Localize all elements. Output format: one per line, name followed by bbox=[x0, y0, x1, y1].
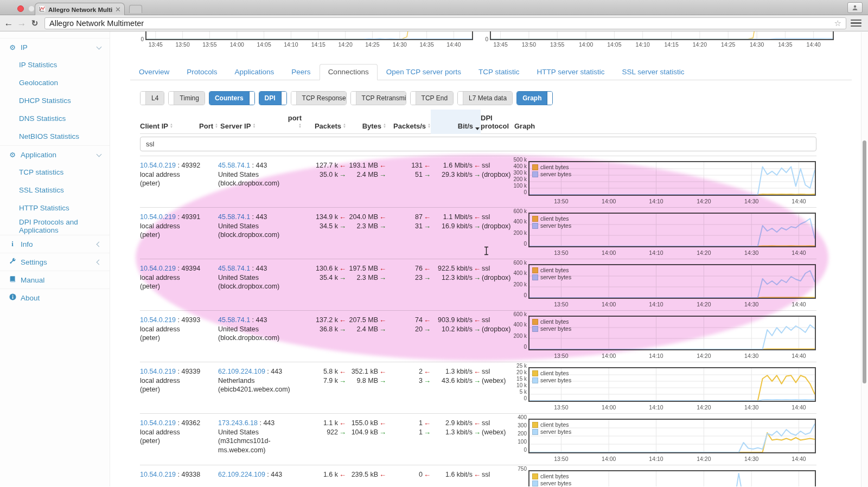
browser-menu-icon[interactable] bbox=[851, 20, 861, 27]
sort-icon: ▲▼ bbox=[170, 123, 173, 129]
client-ip-link[interactable]: 10.54.0.219 bbox=[140, 316, 176, 324]
header-bits-per-s-sorted[interactable]: Bit/s bbox=[431, 110, 481, 134]
browser-tab[interactable]: Allegro Network Multimeter ✕ bbox=[35, 3, 125, 16]
server-ip-link[interactable]: 62.109.224.109 bbox=[218, 368, 265, 375]
download-arrow-icon: ← bbox=[379, 316, 386, 324]
tab-connections[interactable]: Connections bbox=[320, 64, 378, 80]
download-arrow-icon: ← bbox=[474, 367, 481, 375]
window-minimize-button[interactable] bbox=[28, 5, 35, 12]
client-ip-link[interactable]: 10.54.0.219 bbox=[140, 162, 176, 169]
toggle-graph[interactable]: Graph bbox=[516, 91, 553, 105]
header-bytes[interactable]: Bytes▲▼ bbox=[346, 122, 386, 134]
header-packets-per-s[interactable]: Packets/s▲▼ bbox=[386, 122, 431, 134]
packets-cell: 5.8 k← 7.9 k→ bbox=[302, 367, 346, 385]
connection-row[interactable]: 10.54.0.219 : 49392 local address (peter… bbox=[140, 156, 816, 207]
tab-ssl-server-statistic[interactable]: SSL server statistic bbox=[614, 64, 693, 80]
scrollbar-thumb[interactable] bbox=[863, 140, 866, 383]
connection-row[interactable]: 10.54.0.219 : 49339 local address (peter… bbox=[140, 362, 816, 413]
book-icon bbox=[9, 275, 16, 284]
client-ip-link[interactable]: 10.54.0.219 bbox=[140, 419, 176, 427]
window-close-button[interactable] bbox=[17, 5, 24, 12]
toggle-dpi[interactable]: DPI bbox=[259, 91, 287, 105]
toggle-l4[interactable]: L4 bbox=[140, 91, 164, 105]
profile-icon[interactable] bbox=[847, 2, 863, 13]
toggle-tcp-end[interactable]: TCP End bbox=[410, 91, 454, 105]
connection-row[interactable]: 10.54.0.219 : 49391 local address (peter… bbox=[140, 207, 816, 259]
sidebar-item-geolocation[interactable]: Geolocation bbox=[0, 74, 110, 92]
scrollbar-track[interactable] bbox=[861, 32, 868, 487]
header-server-port[interactable]: port▲▼ bbox=[283, 114, 302, 134]
sidebar-item-application[interactable]: ⚙ Application bbox=[0, 145, 110, 163]
forward-button[interactable]: → bbox=[15, 18, 28, 29]
sidebar-item-http-statistics[interactable]: HTTP Statistics bbox=[0, 199, 110, 217]
tab-http-server-statistic[interactable]: HTTP server statistic bbox=[528, 64, 614, 80]
header-dpi-protocol[interactable]: DPIprotocol bbox=[481, 114, 514, 134]
toggle-l7-meta-data[interactable]: L7 Meta data bbox=[457, 91, 513, 105]
header-port[interactable]: Port▲▼ bbox=[188, 122, 218, 134]
upload-arrow-icon: → bbox=[474, 273, 481, 281]
new-tab-button[interactable] bbox=[129, 5, 142, 13]
address-bar[interactable]: Allegro Network Multimeter ☆ bbox=[44, 17, 846, 29]
sidebar-item-dns-statistics[interactable]: DNS Statistics bbox=[0, 110, 110, 127]
connection-row[interactable]: 10.54.0.219 : 49394 local address (peter… bbox=[140, 259, 816, 310]
sidebar-item-netbios-statistics[interactable]: NetBIOS Statistics bbox=[0, 127, 110, 145]
sidebar-item-tcp-statistics[interactable]: TCP statistics bbox=[0, 163, 110, 181]
server-ip-link[interactable]: 45.58.74.1 bbox=[218, 265, 250, 272]
bookmark-star-icon[interactable]: ☆ bbox=[834, 18, 841, 28]
graph-legend: client bytesserver bytes bbox=[532, 215, 571, 229]
tab-close-icon[interactable]: ✕ bbox=[115, 5, 121, 14]
sidebar-item-dpi-protocols[interactable]: DPI Protocols and Applications bbox=[0, 217, 110, 235]
bytes-cell: 207.5 MB← 2.4 MB→ bbox=[346, 316, 386, 334]
client-cell: 10.54.0.219 : 49393 local address (peter… bbox=[140, 316, 218, 343]
client-ip-link[interactable]: 10.54.0.219 bbox=[140, 471, 176, 478]
client-ip-link[interactable]: 10.54.0.219 bbox=[140, 368, 176, 375]
sidebar-item-dhcp-statistics[interactable]: DHCP Statistics bbox=[0, 92, 110, 110]
tab-open-tcp-server-ports[interactable]: Open TCP server ports bbox=[378, 64, 470, 80]
sidebar-item-about[interactable]: About bbox=[0, 289, 110, 306]
upload-arrow-icon: → bbox=[474, 428, 481, 436]
toggle-tcp-retransmission[interactable]: TCP Retransmis bbox=[350, 91, 406, 105]
sidebar-item-info[interactable]: i Info bbox=[0, 235, 110, 253]
server-ip-link[interactable]: 62.109.224.109 bbox=[218, 471, 265, 478]
server-ip-link[interactable]: 173.243.6.18 bbox=[218, 419, 258, 427]
packets-per-s-cell: 87← 31→ bbox=[386, 213, 431, 230]
sidebar-item-manual[interactable]: Manual bbox=[0, 271, 110, 289]
server-host: (ebicb4201.webex.com) bbox=[218, 385, 297, 394]
client-host: (peter) bbox=[140, 282, 218, 291]
upload-arrow-icon: → bbox=[474, 222, 481, 230]
server-cell: 45.58.74.1 : 443 United States (block.dr… bbox=[218, 264, 302, 291]
back-button[interactable]: ← bbox=[2, 18, 15, 29]
header-packets[interactable]: Packets▲▼ bbox=[302, 122, 346, 134]
toggle-tcp-response[interactable]: TCP Response bbox=[291, 91, 347, 105]
server-ip-link[interactable]: 45.58.74.1 bbox=[218, 316, 250, 324]
header-server-ip[interactable]: Server IP▲▼ bbox=[218, 122, 283, 134]
tab-protocols[interactable]: Protocols bbox=[178, 64, 226, 80]
client-ip-link[interactable]: 10.54.0.219 bbox=[140, 265, 176, 272]
connection-row[interactable]: 10.54.0.219 : 49393 local address (peter… bbox=[140, 310, 816, 362]
connection-row[interactable]: 10.54.0.219 : 49338 62.109.224.109 : 443… bbox=[140, 465, 816, 486]
sidebar-item-ssl-statistics[interactable]: SSL Statistics bbox=[0, 181, 110, 199]
download-arrow-icon: ← bbox=[474, 264, 481, 272]
toggle-timing[interactable]: Timing bbox=[168, 91, 205, 105]
filter-input[interactable] bbox=[140, 137, 816, 151]
tab-applications[interactable]: Applications bbox=[226, 64, 283, 80]
sidebar-item-settings[interactable]: Settings bbox=[0, 253, 110, 271]
sidebar-item-ip[interactable]: ⚙ IP bbox=[0, 38, 110, 56]
client-address-type: local address bbox=[140, 222, 218, 231]
server-ip-link[interactable]: 45.58.74.1 bbox=[218, 213, 250, 221]
tab-overview[interactable]: Overview bbox=[130, 64, 178, 80]
packets-cell: 134.9 k← 34.5 k→ bbox=[302, 213, 346, 230]
client-ip-link[interactable]: 10.54.0.219 bbox=[140, 213, 176, 221]
tab-peers[interactable]: Peers bbox=[283, 64, 319, 80]
connection-row[interactable]: 10.54.0.219 : 49362 local address (peter… bbox=[140, 413, 816, 465]
wrench-icon bbox=[9, 258, 16, 266]
client-host: (peter) bbox=[140, 437, 218, 446]
tab-tcp-statistic[interactable]: TCP statistic bbox=[470, 64, 528, 80]
bits-per-s-cell: 1.3 kbit/s← 43.6 kbit/s→ bbox=[431, 367, 481, 385]
header-client-ip[interactable]: Client IP▲▼ bbox=[140, 122, 188, 134]
toggle-counters[interactable]: Counters bbox=[209, 91, 255, 105]
packets-cell: 1.1 k← 922→ bbox=[302, 419, 346, 437]
server-ip-link[interactable]: 45.58.74.1 bbox=[218, 162, 250, 169]
sidebar-item-ip-statistics[interactable]: IP Statistics bbox=[0, 56, 110, 74]
reload-button[interactable]: ↻ bbox=[28, 18, 41, 28]
